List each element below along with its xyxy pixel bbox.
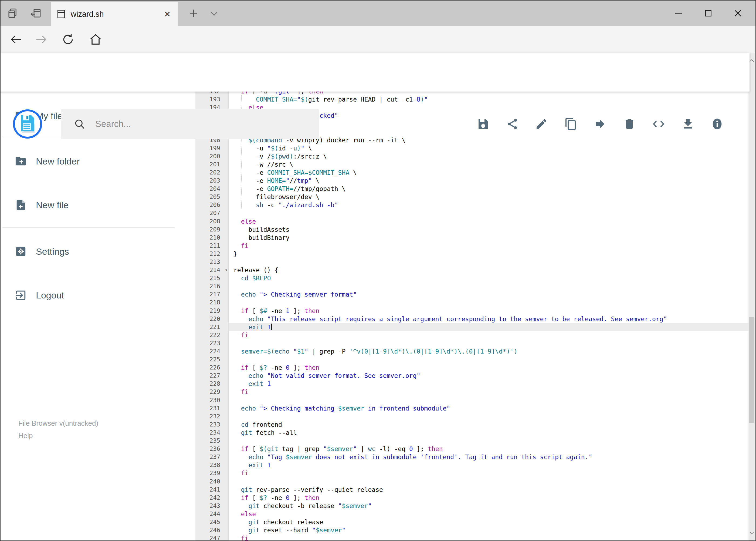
code-line-text[interactable]: -e COMMIT_SHA=$COMMIT_SHA \ bbox=[229, 169, 750, 177]
rename-button[interactable] bbox=[535, 117, 548, 131]
line-number[interactable]: 217 bbox=[195, 290, 229, 298]
code-line-text[interactable]: filebrowser/dev \ bbox=[229, 193, 750, 201]
code-line-text[interactable] bbox=[229, 282, 750, 290]
line-number[interactable]: 230 bbox=[195, 396, 229, 404]
line-number[interactable]: 246 bbox=[195, 526, 229, 534]
line-number[interactable]: 236 bbox=[195, 445, 229, 453]
code-line-text[interactable]: exit 1 bbox=[229, 461, 750, 469]
code-line-text[interactable]: fi bbox=[229, 534, 750, 541]
sidebar-item-settings[interactable]: Settings bbox=[1, 243, 189, 260]
line-number[interactable]: 215 bbox=[195, 274, 229, 282]
code-line-text[interactable]: fi bbox=[229, 388, 750, 396]
line-number[interactable]: 193 bbox=[195, 95, 229, 104]
line-number[interactable]: 205 bbox=[195, 193, 229, 201]
browser-tab[interactable]: wizard.sh ✕ bbox=[51, 2, 178, 26]
line-number[interactable]: 212 bbox=[195, 250, 229, 258]
line-number[interactable]: 206 bbox=[195, 201, 229, 209]
code-line-text[interactable] bbox=[229, 412, 750, 420]
code-line-text[interactable]: echo "> Checking matching $semver in fro… bbox=[229, 404, 750, 412]
search-input[interactable] bbox=[95, 119, 284, 129]
code-line-text[interactable]: cd $REPO bbox=[229, 274, 750, 282]
sidebar-item-logout[interactable]: Logout bbox=[1, 286, 189, 304]
line-number[interactable]: 221 bbox=[195, 323, 229, 331]
code-line-text[interactable] bbox=[229, 209, 750, 217]
line-number[interactable]: 219 bbox=[195, 307, 229, 315]
line-number[interactable]: 245 bbox=[195, 518, 229, 526]
code-line-text[interactable]: echo "> Checking semver format" bbox=[229, 290, 750, 298]
line-number[interactable]: 227 bbox=[195, 372, 229, 380]
code-line-text[interactable] bbox=[229, 477, 750, 486]
scrollbar-thumb[interactable] bbox=[749, 317, 754, 423]
home-button[interactable] bbox=[87, 31, 104, 48]
line-number[interactable]: 229 bbox=[195, 388, 229, 396]
line-number[interactable]: 244 bbox=[195, 510, 229, 518]
code-line-text[interactable]: echo "Tag $semver does not exist in subm… bbox=[229, 453, 750, 461]
code-editor[interactable]: 192 if [ -d ".git" ]; then193 COMMIT_SHA… bbox=[195, 92, 750, 541]
info-button[interactable] bbox=[710, 117, 724, 131]
delete-button[interactable] bbox=[623, 117, 636, 131]
line-number[interactable]: 220 bbox=[195, 315, 229, 323]
code-line-text[interactable]: if [ -d ".git" ]; then bbox=[229, 92, 750, 95]
move-button[interactable] bbox=[593, 117, 607, 131]
code-line-text[interactable]: -e GOPATH=//tmp/gopath \ bbox=[229, 185, 750, 193]
search-box[interactable] bbox=[61, 109, 319, 139]
line-number[interactable]: 201 bbox=[195, 161, 229, 169]
scroll-down-button[interactable] bbox=[748, 527, 755, 539]
line-number[interactable]: 247 bbox=[195, 534, 229, 541]
code-line-text[interactable]: git fetch --all bbox=[229, 429, 750, 437]
tab-list-dropdown-button[interactable] bbox=[208, 8, 220, 19]
tab-preview-button[interactable] bbox=[6, 7, 19, 19]
line-number[interactable]: 224 bbox=[195, 347, 229, 355]
code-line-text[interactable]: git checkout -b release "$semver" bbox=[229, 502, 750, 510]
fold-marker-icon[interactable]: ▾ bbox=[225, 266, 227, 274]
line-number[interactable]: 213 bbox=[195, 258, 229, 266]
code-line-text[interactable]: exit 1 bbox=[229, 323, 750, 331]
forward-button[interactable] bbox=[32, 31, 50, 48]
refresh-button[interactable] bbox=[59, 31, 77, 48]
line-number[interactable]: 192 bbox=[195, 92, 229, 95]
code-line-text[interactable]: echo "Not valid semver format. See semve… bbox=[229, 372, 750, 380]
line-number[interactable]: 203 bbox=[195, 177, 229, 185]
line-number[interactable]: 242 bbox=[195, 494, 229, 502]
code-line-text[interactable] bbox=[229, 355, 750, 363]
sidebar-item-new-file[interactable]: New file bbox=[1, 196, 189, 214]
line-number[interactable]: 214▾ bbox=[195, 266, 229, 274]
code-line-text[interactable]: echo "This release script requires a sin… bbox=[229, 315, 750, 323]
line-number[interactable]: 210 bbox=[195, 234, 229, 242]
share-button[interactable] bbox=[506, 117, 519, 131]
code-line-text[interactable]: exit 1 bbox=[229, 380, 750, 388]
line-number[interactable]: 235 bbox=[195, 437, 229, 445]
line-number[interactable]: 225 bbox=[195, 355, 229, 363]
line-number[interactable]: 199 bbox=[195, 144, 229, 152]
code-view-button[interactable] bbox=[652, 117, 665, 131]
page-scrollbar[interactable] bbox=[748, 53, 755, 541]
line-number[interactable]: 216 bbox=[195, 282, 229, 290]
code-line-text[interactable]: else bbox=[229, 218, 750, 226]
code-line-text[interactable] bbox=[229, 258, 750, 266]
set-tabs-aside-button[interactable] bbox=[30, 7, 42, 19]
filebrowser-logo[interactable] bbox=[13, 109, 42, 139]
sidebar-item-new-folder[interactable]: New folder bbox=[1, 153, 189, 170]
code-line-text[interactable]: if [ $# -ne 1 ]; then bbox=[229, 307, 750, 315]
code-line-text[interactable]: fi bbox=[229, 469, 750, 477]
code-line-text[interactable] bbox=[229, 437, 750, 445]
back-button[interactable] bbox=[8, 31, 25, 48]
code-line-text[interactable] bbox=[229, 396, 750, 404]
save-button[interactable] bbox=[476, 117, 490, 131]
code-line-text[interactable]: git reset --hard "$semver" bbox=[229, 526, 750, 534]
line-number[interactable]: 222 bbox=[195, 331, 229, 339]
download-button[interactable] bbox=[681, 117, 695, 131]
line-number[interactable]: 208 bbox=[195, 218, 229, 226]
code-line-text[interactable]: } bbox=[229, 250, 750, 258]
line-number[interactable]: 204 bbox=[195, 185, 229, 193]
line-number[interactable]: 226 bbox=[195, 363, 229, 372]
tab-close-button[interactable]: ✕ bbox=[162, 9, 173, 19]
line-number[interactable]: 240 bbox=[195, 477, 229, 486]
code-line-text[interactable]: if [ $(git tag | grep "$semver" | wc -l)… bbox=[229, 445, 750, 453]
code-line-text[interactable]: else bbox=[229, 510, 750, 518]
code-line-text[interactable]: if [ $? -ne 0 ]; then bbox=[229, 494, 750, 502]
line-number[interactable]: 207 bbox=[195, 209, 229, 217]
code-line-text[interactable]: COMMIT_SHA="$(git rev-parse HEAD | cut -… bbox=[229, 95, 750, 104]
code-line-text[interactable]: sh -c "./wizard.sh -b" bbox=[229, 201, 750, 209]
new-tab-button[interactable] bbox=[187, 7, 200, 19]
